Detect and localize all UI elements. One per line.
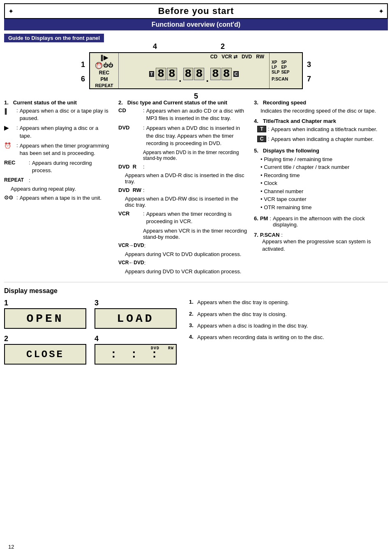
dm-desc-text-3: Appears when a disc is loading in the di… [197,322,308,330]
repeat-colon: : [29,177,30,183]
item-cd: CD : Appears when an audio CD or a disc … [118,107,247,122]
vcr-desc: Appears when the timer recording is proc… [146,210,247,225]
label-2: 2 [221,42,225,51]
sp-label: SP [281,60,289,65]
play-desc: Appears when playing a disc or a tape. [20,125,111,139]
section-header: Functional overview (cont'd) [4,19,388,30]
repeat-desc: Appears during repeat play. [11,186,76,192]
dm-num-4: 4 [95,335,177,343]
dm-panel-1: OPEN [4,308,86,329]
dm-panel-2: CLOSE [4,344,86,365]
item-vcr: VCR : Appears when the timer recording i… [118,210,247,225]
list-item-7: OTR remaining time [261,203,388,212]
label-7: 7 [307,75,311,83]
item-play: ▶ : Appears when playing a disc or a tap… [4,125,111,139]
c-icon: C [257,136,266,142]
pm-desc: Appears in the afternoon with the clock … [271,215,388,228]
list-item-5: Channel number [261,187,388,196]
dm-desc-4: 4. Appears when recording data is writin… [189,334,388,341]
display-message-section: Display message 1 OPEN 2 CLOSE 3 L [4,287,388,365]
dm-desc-num-3: 3. [189,322,196,328]
cassette-icon: ⏻⏻ [103,62,113,68]
section4: 4. Title/Track and Chapter mark T : Appe… [254,118,388,143]
dvd-vcr-colon: : [144,260,146,266]
dvd-colon: : [143,125,145,131]
dvdr-desc: Appears when a DVD-R disc is inserted in… [118,172,247,185]
pm-label: PM [101,76,108,82]
diagram-area: 4 2 1 6 3 7 ‖ ▶ ⏰ ⏻⏻ REC PM REPEAT [4,44,388,93]
item-cassette: ⊙⊙ : Appears when a tape is in the unit. [4,194,111,202]
pause-colon: : [16,107,18,113]
section4-title: 4. Title/Track and Chapter mark [254,118,388,124]
dm-panel-3: LOAD [95,308,177,329]
section5-title: 5. Displays the following [254,148,388,154]
item-rec: REC : Appears during recording process. [4,159,111,174]
dm-text-close: CLOSE [26,349,64,360]
dvd-desc2: Appears when DVD is in the timer recordi… [118,150,247,161]
guide-label: Guide to Displays on the front panel [4,34,104,42]
play-icon: ▶ [104,54,108,61]
pscan-label: P.SCAN [272,76,300,81]
time-digit-5: 8 [210,68,221,80]
play-colon: : [16,125,18,131]
col-left: 1. Current status of the unit ‖ : Appear… [4,99,115,277]
dm-descriptions: 1. Appears when the disc tray is opening… [185,299,388,365]
section5: 5. Displays the following Playing time /… [254,148,388,212]
label-6: 6 [81,75,85,83]
cd-symbol: CD [118,107,143,113]
vcr-dvd-colon: : [144,242,146,249]
section7-num: 7. [254,232,258,238]
dm-desc-num-2: 2. [189,311,196,317]
dm-desc-text-1: Appears when the disc tray is opening. [197,299,289,306]
col-mid: 2. Disc type and Current status of the u… [115,99,251,277]
list-item-3: Recording time [261,171,388,180]
label-5: 5 [194,92,198,101]
section6-num: 6. [254,215,258,222]
rec-label: REC [99,70,109,76]
dm-num-2: 2 [4,335,86,343]
section5-list: Playing time / remaining time Current ti… [254,155,388,212]
t-desc: Appears when indicating a title/track nu… [271,126,388,133]
time-digit-6: 8 [221,68,232,80]
dm-label-overlay: DVD RW [151,346,174,351]
section3-title: 3. Recording speed [254,99,388,106]
vcr-symbol: VCR [118,210,143,217]
vcr-desc2: Appears when VCR is in the timer recordi… [118,228,247,240]
ep-label: EP [281,65,289,69]
cd-colon: : [143,107,145,113]
dm-desc-num-4: 4. [189,334,196,340]
item-dvd-vcr: VCR←DVD : [118,260,247,266]
col-right: 3. Recording speed Indicates the recordi… [251,99,388,277]
pause-symbol: ‖ [4,107,16,115]
dm-desc-2: 2. Appears when the disc tray is closing… [189,311,388,318]
dm-text-open: OPEN [26,312,64,325]
timer-desc: Appears when the timer programming has b… [20,142,111,157]
display-panel: ‖ ▶ ⏰ ⏻⏻ REC PM REPEAT CD VCR ⇄ DVD [89,52,303,89]
t-colon: : [268,126,270,132]
label-3: 3 [307,60,311,69]
dm-num-1: 1 [4,299,86,307]
timer-symbol: ⏰ [4,142,16,149]
rec-desc: Appears during recording process. [32,159,111,174]
dm-group-1: 1 OPEN [4,299,86,329]
section2-title: 2. Disc type and Current status of the u… [118,99,247,106]
dm-left: 1 OPEN 2 CLOSE [4,299,86,365]
section7: 7. P.SCAN : Appears when the progressive… [254,232,388,253]
item-dvd: DVD : Appears when a DVD disc is inserte… [118,125,247,147]
dvdrw-desc: Appears when a DVD-RW disc is inserted i… [118,196,247,208]
dm-panel-4: DVD RW : : : [95,344,177,365]
section1-title: 1. Current status of the unit [4,99,111,106]
time-digit-4: 8 [194,68,204,80]
page-title: Before you start [5,6,387,16]
repeat-label: REPEAT [95,83,113,88]
time-digit-3: 8 [183,68,194,80]
pscan-colon: : [281,232,283,238]
pscan-desc: Appears when the progressive scan system… [254,238,388,253]
cassette-colon: : [16,194,18,201]
section3-desc: Indicates the recording speed of the dis… [254,107,388,115]
section3: 3. Recording speed Indicates the recordi… [254,99,388,115]
content-area: 1. Current status of the unit ‖ : Appear… [4,99,388,277]
c-colon: : [268,136,270,142]
item-dvdrw: DVD RW : [118,187,247,193]
section6-row: 6. PM : Appears in the afternoon with th… [254,215,388,228]
